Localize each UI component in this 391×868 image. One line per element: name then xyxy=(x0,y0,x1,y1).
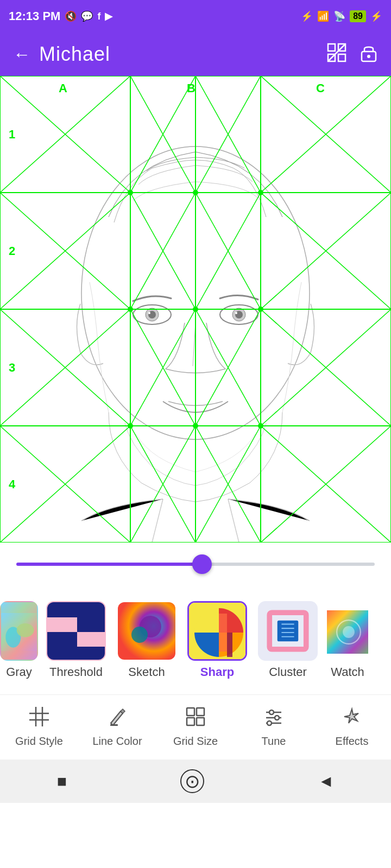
toolbar-label-tune: Tune xyxy=(262,735,286,748)
filter-item-threshold[interactable]: Threshold xyxy=(43,601,109,679)
svg-point-110 xyxy=(269,710,274,714)
status-message-icon: 💬 xyxy=(81,10,93,22)
nav-stop-button[interactable]: ■ xyxy=(57,772,67,790)
svg-point-86 xyxy=(131,627,148,643)
svg-rect-3 xyxy=(338,54,345,61)
grid-toggle-icon[interactable] xyxy=(327,43,346,66)
lock-icon[interactable] xyxy=(360,43,378,66)
toolbar-label-grid-style: Grid Style xyxy=(15,735,63,748)
svg-rect-81 xyxy=(47,602,77,617)
app-header: ← Michael xyxy=(0,33,391,76)
svg-rect-83 xyxy=(77,632,106,647)
battery-icon: 89 xyxy=(350,10,366,22)
svg-point-99 xyxy=(343,626,355,638)
nav-back-button[interactable]: ◄ xyxy=(318,772,335,790)
charging-icon: ⚡ xyxy=(370,10,382,22)
svg-point-66 xyxy=(193,423,198,429)
svg-point-67 xyxy=(258,423,263,429)
toolbar-label-effects: Effects xyxy=(336,735,369,748)
svg-point-16 xyxy=(235,312,237,314)
filter-label-cluster: Cluster xyxy=(269,665,307,679)
svg-text:1: 1 xyxy=(9,127,15,141)
header-left: ← Michael xyxy=(13,43,110,66)
toolbar-item-line-color[interactable]: Line Color xyxy=(85,707,150,748)
svg-point-60 xyxy=(193,190,198,195)
svg-text:2: 2 xyxy=(9,244,15,258)
svg-point-112 xyxy=(275,716,279,720)
filter-thumbnail-threshold xyxy=(46,601,106,661)
tune-icon xyxy=(264,707,283,731)
filter-item-gray[interactable]: Gray xyxy=(0,601,38,679)
svg-rect-105 xyxy=(187,708,194,716)
filter-thumbnail-cluster xyxy=(258,601,318,661)
status-right: ⚡ 📶 📡 89 ⚡ xyxy=(301,10,382,22)
svg-point-61 xyxy=(258,190,263,195)
status-time: 12:13 PM xyxy=(9,9,60,23)
svg-text:3: 3 xyxy=(9,361,15,374)
face-sketch-svg: A B C 1 2 3 4 xyxy=(0,76,391,542)
svg-line-4 xyxy=(329,44,345,61)
toolbar-label-grid-size: Grid Size xyxy=(173,735,218,748)
grid-size-icon xyxy=(186,707,205,731)
back-button[interactable]: ← xyxy=(13,44,30,65)
threshold-slider[interactable] xyxy=(16,563,375,566)
effects-icon xyxy=(342,707,362,731)
svg-point-65 xyxy=(128,423,133,429)
header-right xyxy=(327,43,378,66)
filter-label-sharp: Sharp xyxy=(200,665,234,679)
toolbar-item-grid-style[interactable]: Grid Style xyxy=(7,707,72,748)
status-left: 12:13 PM 🔇 💬 f ▶ xyxy=(9,9,112,23)
svg-text:4: 4 xyxy=(9,477,16,491)
filter-label-sketch: Sketch xyxy=(128,665,165,679)
filter-label-threshold: Threshold xyxy=(49,665,103,679)
svg-rect-104 xyxy=(110,724,118,726)
toolbar-item-tune[interactable]: Tune xyxy=(241,707,306,748)
status-mute-icon: 🔇 xyxy=(65,10,77,22)
nav-home-button[interactable]: ⊙ xyxy=(180,769,204,793)
status-facebook-icon: f xyxy=(97,11,100,22)
svg-rect-82 xyxy=(62,617,77,632)
page-title: Michael xyxy=(39,43,110,66)
bluetooth-icon: ⚡ xyxy=(301,10,313,22)
svg-point-59 xyxy=(128,190,133,195)
filter-label-gray: Gray xyxy=(6,665,32,679)
toolbar-item-effects[interactable]: Effects xyxy=(319,707,384,748)
filter-item-watch[interactable]: Watch xyxy=(326,601,369,679)
bottom-toolbar: Grid Style Line Color Grid Size xyxy=(0,694,391,760)
toolbar-item-grid-size[interactable]: Grid Size xyxy=(163,707,228,748)
grid-style-icon xyxy=(29,707,49,731)
status-bar: 12:13 PM 🔇 💬 f ▶ ⚡ 📶 📡 89 ⚡ xyxy=(0,0,391,33)
toolbar-label-line-color: Line Color xyxy=(92,735,142,748)
svg-rect-108 xyxy=(197,718,204,725)
svg-text:C: C xyxy=(316,81,325,95)
svg-rect-106 xyxy=(197,708,204,716)
filter-item-sketch[interactable]: Sketch xyxy=(114,601,179,679)
signal-icon: 📶 xyxy=(317,10,329,22)
filter-thumbnail-sketch xyxy=(117,601,176,661)
svg-point-63 xyxy=(193,307,198,312)
svg-text:A: A xyxy=(59,81,67,95)
status-youtube-icon: ▶ xyxy=(105,10,112,22)
svg-rect-80 xyxy=(77,602,106,632)
filter-thumbnail-watch xyxy=(326,601,369,661)
svg-point-77 xyxy=(17,623,34,637)
filter-strip: Gray Threshold xyxy=(0,586,391,694)
line-color-icon xyxy=(108,707,127,731)
svg-rect-88 xyxy=(219,614,227,652)
wifi-icon: 📡 xyxy=(333,10,345,22)
svg-point-62 xyxy=(128,307,133,312)
svg-point-6 xyxy=(367,55,370,58)
image-canvas[interactable]: A B C 1 2 3 4 xyxy=(0,76,391,542)
filter-label-watch: Watch xyxy=(331,665,364,679)
svg-rect-0 xyxy=(328,44,335,51)
svg-point-12 xyxy=(148,312,150,314)
svg-rect-89 xyxy=(227,633,232,657)
filter-item-cluster[interactable]: Cluster xyxy=(255,601,320,679)
svg-rect-107 xyxy=(187,718,194,725)
system-nav-bar: ■ ⊙ ◄ xyxy=(0,760,391,803)
filter-thumbnail-gray xyxy=(0,601,38,661)
svg-text:B: B xyxy=(187,81,195,95)
filter-item-sharp[interactable]: Sharp xyxy=(185,601,250,679)
slider-container xyxy=(0,542,391,586)
svg-point-114 xyxy=(267,721,272,725)
